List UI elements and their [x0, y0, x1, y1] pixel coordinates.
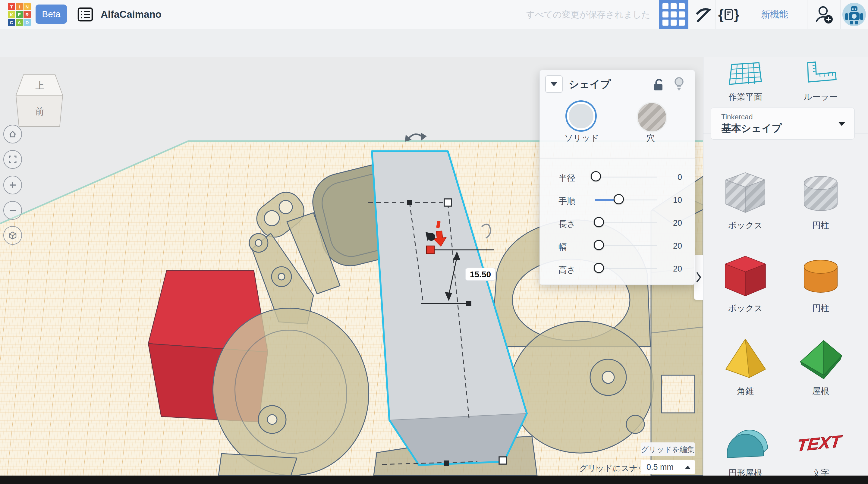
slider-label: 高さ — [558, 264, 576, 276]
solid-material-option[interactable] — [565, 100, 597, 132]
shape-tile-hole-cylinder[interactable]: 円柱 — [783, 167, 858, 231]
collapse-inspector-button[interactable] — [545, 75, 563, 93]
dimension-value[interactable]: 15.50 — [470, 270, 491, 279]
slider-track[interactable] — [595, 177, 657, 178]
robot-avatar-image — [842, 3, 866, 26]
workplane-tool[interactable]: 作業平面 — [708, 60, 783, 103]
plus-icon — [8, 181, 17, 189]
ruler-icon — [801, 60, 840, 89]
inspector-bulb-button[interactable] — [673, 77, 686, 93]
perspective-toggle-button[interactable] — [3, 226, 22, 245]
shape-tile-text[interactable]: TEXT 文字 — [783, 415, 858, 479]
scale-handle-mid[interactable] — [407, 200, 412, 205]
slider-knob[interactable] — [594, 240, 604, 250]
add-person-button[interactable] — [807, 0, 840, 29]
logo-tile: N — [24, 3, 31, 10]
view-cube-front-label[interactable]: 前 — [35, 107, 44, 116]
shape-tile-pyramid[interactable]: 角錐 — [708, 333, 783, 397]
logo-tile: D — [24, 19, 31, 26]
hole-material-option[interactable] — [637, 102, 667, 132]
shape-label: ボックス — [708, 303, 783, 314]
add-person-icon — [814, 5, 833, 24]
slider-value: 10 — [655, 195, 682, 205]
text-shape-glyphs: TEXT — [796, 431, 843, 455]
box-icon — [720, 250, 771, 301]
beta-badge[interactable]: Beta — [36, 4, 67, 24]
apps-grid-button[interactable] — [659, 0, 688, 29]
home-view-button[interactable] — [3, 125, 22, 144]
scale-handle-corner[interactable] — [499, 457, 506, 464]
slider-row-length: 長さ 20 — [540, 211, 695, 234]
minus-icon — [8, 206, 17, 215]
shape-label: 円柱 — [783, 303, 858, 314]
toolbar: インポート エクスポート 共有 — [0, 29, 868, 58]
slider-row-steps: 手順 10 — [540, 188, 695, 211]
slider-label: 幅 — [558, 241, 567, 253]
snap-grid-value: 0.5 mm — [647, 463, 674, 472]
slider-row-width: 幅 20 — [540, 234, 695, 257]
text-shape-icon: TEXT — [795, 415, 846, 466]
shape-tile-round-roof[interactable]: 円形屋根 — [708, 415, 783, 479]
shape-tile-cylinder[interactable]: 円柱 — [783, 250, 858, 314]
new-features-link[interactable]: 新機能 — [742, 0, 807, 29]
library-brand: Tinkercad — [721, 113, 752, 121]
shape-label: 角錐 — [708, 386, 783, 397]
bottom-black-strip — [0, 476, 868, 484]
slider-track[interactable] — [595, 222, 657, 223]
round-roof-icon — [720, 415, 771, 466]
slider-track[interactable] — [595, 245, 657, 246]
slider-label: 長さ — [558, 218, 576, 230]
fit-view-button[interactable] — [3, 150, 22, 169]
height-handle-active[interactable] — [427, 246, 434, 254]
design-title[interactable]: AlfaCaimano — [101, 0, 161, 29]
unlock-button[interactable] — [652, 78, 666, 93]
tinkercad-logo[interactable]: T I N K E R C A D — [8, 3, 31, 26]
ruler-label: ルーラー — [783, 91, 858, 103]
cube-icon — [8, 231, 17, 240]
zoom-out-button[interactable] — [3, 201, 22, 220]
snap-grid-select[interactable]: 0.5 mm — [641, 460, 695, 474]
slider-track[interactable] — [595, 268, 657, 269]
scale-handle-mid[interactable] — [466, 301, 471, 306]
slider-knob[interactable] — [594, 263, 604, 273]
design-menu-icon[interactable] — [77, 6, 93, 24]
minecraft-export-button[interactable] — [689, 0, 715, 29]
slider-value: 20 — [655, 218, 682, 228]
shape-tile-roof[interactable]: 屋根 — [783, 333, 858, 397]
hole-box-icon — [720, 167, 771, 218]
caret-up-icon — [685, 465, 690, 469]
unlock-icon — [652, 78, 666, 91]
codeblocks-icon: { } — [718, 6, 739, 23]
ruler-tool[interactable]: ルーラー — [783, 60, 858, 103]
scale-handle-mid[interactable] — [444, 460, 449, 466]
top-bar: T I N K E R C A D Beta AlfaCaimano すべての変… — [0, 0, 868, 29]
edit-grid-button[interactable]: グリッドを編集 — [641, 443, 695, 456]
slider-value: 20 — [655, 241, 682, 251]
slider-knob[interactable] — [594, 217, 604, 227]
library-name: 基本シェイプ — [721, 122, 782, 135]
logo-tile: K — [8, 11, 15, 18]
slider-row-height: 高さ 20 — [540, 257, 695, 280]
slider-knob[interactable] — [591, 171, 601, 181]
hole-label: 穴 — [627, 132, 675, 144]
scale-handle-corner[interactable] — [444, 199, 452, 206]
shape-tile-box[interactable]: ボックス — [708, 250, 783, 314]
shape-library-select[interactable]: Tinkercad 基本シェイプ — [711, 108, 855, 140]
avatar[interactable] — [842, 3, 866, 26]
collapse-panel-tab[interactable] — [694, 255, 703, 300]
shape-tile-hole-box[interactable]: ボックス — [708, 167, 783, 231]
view-cube-top-label[interactable]: 上 — [35, 81, 44, 90]
fit-view-icon — [8, 155, 17, 164]
zoom-in-button[interactable] — [3, 176, 22, 194]
minecraft-export-icon — [694, 6, 711, 23]
shape-label: 屋根 — [783, 386, 858, 397]
caret-down-icon — [838, 122, 845, 126]
shapes-sidebar: 作業平面 ルーラー Tinkercad 基本シェイプ ボックス — [703, 57, 868, 476]
codeblocks-button[interactable]: { } — [715, 0, 742, 29]
logo-tile: A — [16, 19, 23, 26]
logo-tile: R — [24, 11, 31, 18]
shape-label: 円柱 — [783, 220, 858, 231]
solid-label: ソリッド — [558, 132, 606, 144]
view-cube[interactable]: 上 前 — [14, 72, 64, 130]
slider-knob[interactable] — [614, 194, 624, 204]
